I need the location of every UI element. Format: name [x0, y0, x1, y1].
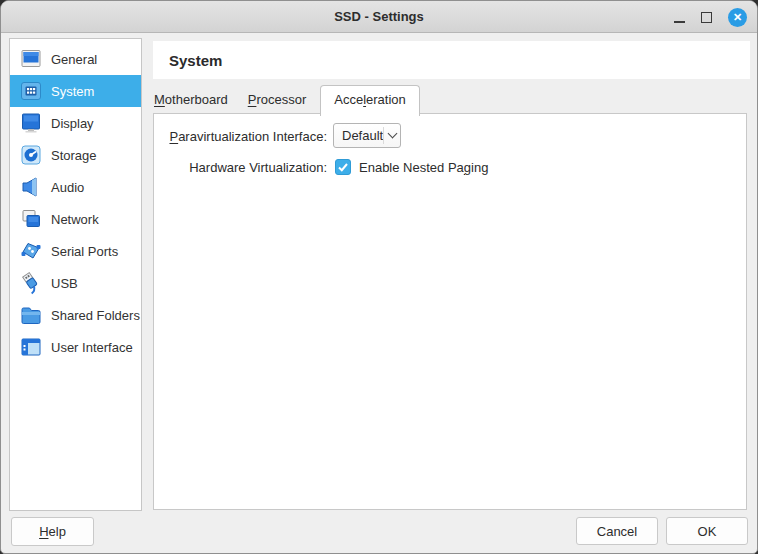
- sidebar-item-storage[interactable]: Storage: [10, 139, 141, 171]
- folder-icon: [19, 303, 43, 327]
- serial-port-icon: [19, 239, 43, 263]
- sidebar-item-label: Shared Folders: [51, 308, 140, 323]
- sidebar-item-label: User Interface: [51, 340, 133, 355]
- monitor-icon: [19, 47, 43, 71]
- minimize-icon[interactable]: [674, 21, 685, 23]
- hardware-virtualization-label: Hardware Virtualization:: [154, 160, 327, 175]
- sidebar-item-display[interactable]: Display: [10, 107, 141, 139]
- window-controls: ✕: [674, 1, 747, 33]
- nested-paging-checkbox[interactable]: [335, 159, 351, 175]
- settings-window: SSD - Settings ✕ General: [0, 0, 758, 554]
- titlebar: SSD - Settings ✕: [1, 1, 757, 33]
- sidebar-item-shared-folders[interactable]: Shared Folders: [10, 299, 141, 331]
- paravirtualization-value: Default: [334, 128, 383, 143]
- sidebar-item-serial-ports[interactable]: Serial Ports: [10, 235, 141, 267]
- help-button[interactable]: Help: [11, 517, 94, 546]
- page-header: System: [153, 41, 750, 79]
- sidebar-item-general[interactable]: General: [10, 43, 141, 75]
- tab-motherboard[interactable]: Motherboard: [153, 87, 238, 114]
- sidebar-item-label: Audio: [51, 180, 84, 195]
- network-icon: [19, 207, 43, 231]
- acceleration-panel: Paravirtualization Interface: Default Ha…: [153, 113, 747, 510]
- chevron-down-icon: [387, 129, 397, 139]
- combo-arrow-box: [383, 127, 400, 144]
- window-icon: [19, 335, 43, 359]
- usb-icon: [19, 271, 43, 295]
- speaker-icon: [19, 175, 43, 199]
- sidebar-item-label: General: [51, 52, 97, 67]
- checkmark-icon: [337, 161, 349, 173]
- sidebar-item-label: System: [51, 84, 94, 99]
- nested-paging-label: Enable Nested Paging: [359, 160, 488, 175]
- sidebar-item-label: USB: [51, 276, 78, 291]
- chip-icon: [19, 79, 43, 103]
- sidebar-item-system[interactable]: System: [10, 75, 141, 107]
- sidebar-item-label: Serial Ports: [51, 244, 118, 259]
- tab-processor[interactable]: Processor: [238, 87, 317, 114]
- close-icon[interactable]: ✕: [728, 8, 747, 27]
- settings-category-list: General System Display: [9, 38, 142, 511]
- sidebar-item-label: Display: [51, 116, 94, 131]
- sidebar-item-usb[interactable]: USB: [10, 267, 141, 299]
- sidebar-item-label: Storage: [51, 148, 97, 163]
- cancel-button[interactable]: Cancel: [576, 517, 658, 545]
- sidebar-item-network[interactable]: Network: [10, 203, 141, 235]
- sidebar-item-label: Network: [51, 212, 99, 227]
- hard-disk-icon: [19, 143, 43, 167]
- window-title: SSD - Settings: [334, 9, 424, 24]
- sidebar-item-audio[interactable]: Audio: [10, 171, 141, 203]
- sidebar-item-user-interface[interactable]: User Interface: [10, 331, 141, 363]
- display-icon: [19, 111, 43, 135]
- system-tabs: Motherboard Processor Acceleration: [153, 87, 420, 114]
- ok-button[interactable]: OK: [666, 517, 748, 545]
- paravirtualization-label: Paravirtualization Interface:: [154, 129, 327, 144]
- tab-acceleration[interactable]: Acceleration: [320, 85, 420, 116]
- maximize-icon[interactable]: [701, 12, 712, 23]
- paravirtualization-select[interactable]: Default: [333, 123, 401, 148]
- page-title: System: [169, 52, 222, 69]
